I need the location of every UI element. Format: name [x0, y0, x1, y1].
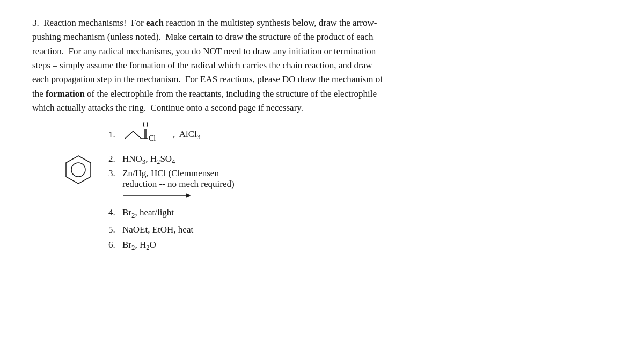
step-3-content: Zn/Hg, HCl (Clemmensen reduction -- no m… — [122, 168, 235, 190]
step-5-reagent: NaOEt, EtOH, heat — [122, 222, 193, 238]
step-6-reagent: Br2, H2O — [122, 237, 156, 254]
acyl-chloride-svg: O Cl — [122, 121, 171, 148]
step-4-reagent: Br2, heat/light — [122, 205, 174, 222]
step-1-number: 1. — [108, 129, 122, 140]
reaction-list: 1. O Cl , AlCl3 2. — [108, 121, 235, 254]
step-6: 6. Br2, H2O — [108, 237, 235, 254]
svg-marker-8 — [186, 193, 191, 198]
step-6-number: 6. — [108, 237, 122, 253]
question-number: 3. Reaction mechanisms! For each reactio… — [32, 18, 377, 28]
step-2-reagent: HNO3, H2SO4 — [122, 151, 175, 168]
step-3-line1: Zn/Hg, HCl (Clemmensen — [122, 168, 235, 179]
benzene-structure — [64, 154, 92, 187]
page-container: 3. Reaction mechanisms! For each reactio… — [0, 0, 644, 270]
step-4: 4. Br2, heat/light — [108, 205, 235, 222]
step-3-line2: reduction -- no mech required) — [122, 179, 235, 190]
step-3: 3. Zn/Hg, HCl (Clemmensen reduction -- n… — [108, 168, 235, 190]
question-text: 3. Reaction mechanisms! For each reactio… — [32, 16, 601, 115]
svg-marker-0 — [66, 156, 91, 184]
reactions-area: 1. O Cl , AlCl3 2. — [64, 121, 612, 254]
step-3-arrow — [122, 191, 235, 203]
step-4-number: 4. — [108, 205, 122, 221]
svg-point-1 — [71, 163, 85, 177]
svg-text:O: O — [143, 121, 148, 129]
step-1-reagent: , AlCl3 — [173, 129, 200, 141]
step-5-number: 5. — [108, 222, 122, 238]
step-2: 2. HNO3, H2SO4 — [108, 151, 235, 168]
question-paragraph: 3. Reaction mechanisms! For each reactio… — [32, 16, 601, 115]
step-1: 1. O Cl , AlCl3 — [108, 121, 235, 148]
svg-text:Cl: Cl — [149, 134, 156, 142]
step-2-number: 2. — [108, 151, 122, 167]
step-5: 5. NaOEt, EtOH, heat — [108, 222, 235, 238]
step-3-number: 3. — [108, 168, 122, 179]
